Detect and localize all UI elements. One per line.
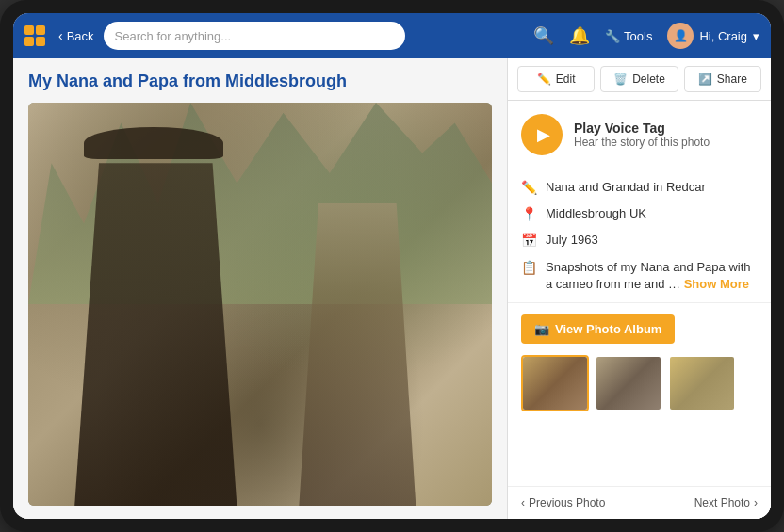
- delete-label: Delete: [632, 73, 665, 86]
- photo-container: [28, 103, 492, 506]
- edit-icon: ✏️: [537, 73, 551, 86]
- photo-hat: [84, 127, 223, 159]
- next-photo-button[interactable]: Next Photo ›: [694, 496, 758, 509]
- logo-dot-1: [24, 25, 34, 35]
- top-nav: ‹ Back Search for anything... 🔍 🔔 🔧 Tool…: [13, 13, 771, 58]
- nav-icons: 🔍 🔔 🔧 Tools 👤 Hi, Craig ▾: [533, 23, 760, 49]
- search-placeholder: Search for anything...: [115, 29, 232, 43]
- photo-figure-left: [74, 163, 237, 506]
- book-icon: 📋: [521, 260, 536, 275]
- delete-button[interactable]: 🗑️ Delete: [600, 66, 678, 92]
- edit-label: Edit: [556, 73, 576, 86]
- search-icon[interactable]: 🔍: [533, 25, 554, 46]
- search-bar[interactable]: Search for anything...: [104, 22, 405, 50]
- play-icon: ▶: [537, 124, 550, 145]
- logo-dots: [24, 25, 45, 46]
- prev-arrow-icon: ‹: [521, 496, 525, 509]
- thumbnail-1[interactable]: [521, 355, 589, 411]
- back-arrow-icon: ‹: [58, 28, 63, 43]
- screen: ‹ Back Search for anything... 🔍 🔔 🔧 Tool…: [13, 13, 771, 519]
- show-more-link[interactable]: Show More: [684, 277, 749, 291]
- user-menu-button[interactable]: 👤 Hi, Craig ▾: [667, 23, 760, 49]
- photo-background: [28, 103, 492, 506]
- album-thumbnails: [521, 355, 758, 411]
- bell-icon[interactable]: 🔔: [569, 25, 590, 46]
- view-photo-album-button[interactable]: 📷 View Photo Album: [521, 314, 675, 344]
- play-voice-tag-button[interactable]: ▶: [521, 114, 563, 155]
- main-content: My Nana and Papa from Middlesbrough: [13, 58, 771, 519]
- back-button[interactable]: ‹ Back: [58, 28, 94, 43]
- meta-name-text: Nana and Grandad in Redcar: [546, 179, 758, 196]
- voice-tag-section: ▶ Play Voice Tag Hear the story of this …: [508, 101, 771, 169]
- share-button[interactable]: ↗️ Share: [684, 66, 761, 92]
- meta-description-text: Snapshots of my Nana and Papa with a cam…: [546, 259, 758, 293]
- meta-date-item: 📅 July 1963: [521, 232, 758, 249]
- previous-label: Previous Photo: [529, 496, 605, 509]
- app-logo: [24, 25, 45, 46]
- dropdown-icon: ▾: [753, 29, 760, 43]
- bottom-nav: ‹ Previous Photo Next Photo ›: [508, 486, 771, 519]
- album-section: 📷 View Photo Album: [508, 303, 771, 423]
- pencil-icon: ✏️: [521, 180, 536, 195]
- meta-date-text: July 1963: [546, 232, 758, 249]
- logo-dot-3: [24, 37, 34, 46]
- trash-icon: 🗑️: [613, 73, 628, 86]
- meta-location-item: 📍 Middlesbrough UK: [521, 205, 758, 222]
- page-title: My Nana and Papa from Middlesbrough: [28, 72, 492, 91]
- share-icon: ↗️: [698, 73, 712, 86]
- thumbnail-2[interactable]: [595, 355, 662, 411]
- meta-section: ✏️ Nana and Grandad in Redcar 📍 Middlesb…: [508, 169, 771, 303]
- device-frame: ‹ Back Search for anything... 🔍 🔔 🔧 Tool…: [0, 0, 784, 532]
- user-avatar: 👤: [667, 23, 694, 49]
- thumb-bg-2: [596, 357, 661, 410]
- next-label: Next Photo: [694, 496, 750, 509]
- left-panel: My Nana and Papa from Middlesbrough: [13, 58, 507, 519]
- wrench-icon: 🔧: [605, 29, 620, 43]
- meta-location-text: Middlesbrough UK: [546, 205, 758, 222]
- content-area: My Nana and Papa from Middlesbrough: [13, 58, 771, 519]
- calendar-icon: 📅: [521, 233, 536, 248]
- thumb-bg-3: [670, 357, 734, 410]
- avatar-image: 👤: [674, 29, 688, 42]
- meta-name-item: ✏️ Nana and Grandad in Redcar: [521, 179, 758, 196]
- voice-tag-subtitle: Hear the story of this photo: [574, 136, 710, 149]
- back-label: Back: [67, 29, 94, 43]
- album-btn-label: View Photo Album: [555, 322, 662, 336]
- tools-button[interactable]: 🔧 Tools: [605, 29, 652, 43]
- logo-dot-2: [36, 25, 45, 35]
- logo-dot-4: [36, 37, 45, 46]
- album-icon: 📷: [534, 322, 549, 336]
- voice-tag-info: Play Voice Tag Hear the story of this ph…: [574, 121, 710, 149]
- next-arrow-icon: ›: [754, 496, 758, 509]
- voice-tag-title: Play Voice Tag: [574, 121, 710, 136]
- tools-label: Tools: [624, 29, 652, 43]
- thumb-bg-1: [523, 357, 587, 410]
- user-greeting: Hi, Craig: [699, 29, 747, 43]
- edit-button[interactable]: ✏️ Edit: [517, 66, 595, 92]
- previous-photo-button[interactable]: ‹ Previous Photo: [521, 496, 605, 509]
- right-panel: ✏️ Edit 🗑️ Delete ↗️ Share: [507, 58, 771, 519]
- thumbnail-3[interactable]: [668, 355, 736, 411]
- share-label: Share: [717, 73, 747, 86]
- location-pin-icon: 📍: [521, 206, 536, 221]
- action-bar: ✏️ Edit 🗑️ Delete ↗️ Share: [508, 58, 771, 101]
- meta-description-item: 📋 Snapshots of my Nana and Papa with a c…: [521, 259, 758, 293]
